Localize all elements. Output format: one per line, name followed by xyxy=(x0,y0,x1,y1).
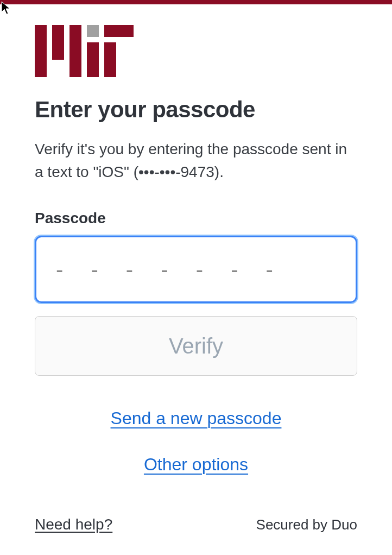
other-options-link[interactable]: Other options xyxy=(144,455,248,475)
svg-rect-3 xyxy=(87,42,99,77)
mit-logo xyxy=(35,25,357,79)
secured-by-text: Secured by Duo xyxy=(256,516,357,533)
footer: Need help? Secured by Duo xyxy=(35,494,357,533)
svg-rect-4 xyxy=(87,25,99,37)
svg-rect-0 xyxy=(35,25,47,77)
secondary-links: Send a new passcode Other options xyxy=(35,408,357,475)
send-new-passcode-link[interactable]: Send a new passcode xyxy=(111,408,282,428)
page-heading: Enter your passcode xyxy=(35,97,357,123)
need-help-link[interactable]: Need help? xyxy=(35,516,112,533)
passcode-label: Passcode xyxy=(35,210,357,227)
mouse-cursor-icon xyxy=(1,1,12,17)
svg-rect-6 xyxy=(104,42,116,77)
svg-rect-5 xyxy=(104,25,134,37)
svg-rect-1 xyxy=(52,25,64,60)
auth-container: Enter your passcode Verify it's you by e… xyxy=(0,4,392,555)
passcode-input[interactable] xyxy=(35,236,357,303)
svg-rect-2 xyxy=(69,25,81,77)
top-accent-bar xyxy=(0,0,392,4)
instruction-text: Verify it's you by entering the passcode… xyxy=(35,138,357,184)
verify-button[interactable]: Verify xyxy=(35,316,357,376)
